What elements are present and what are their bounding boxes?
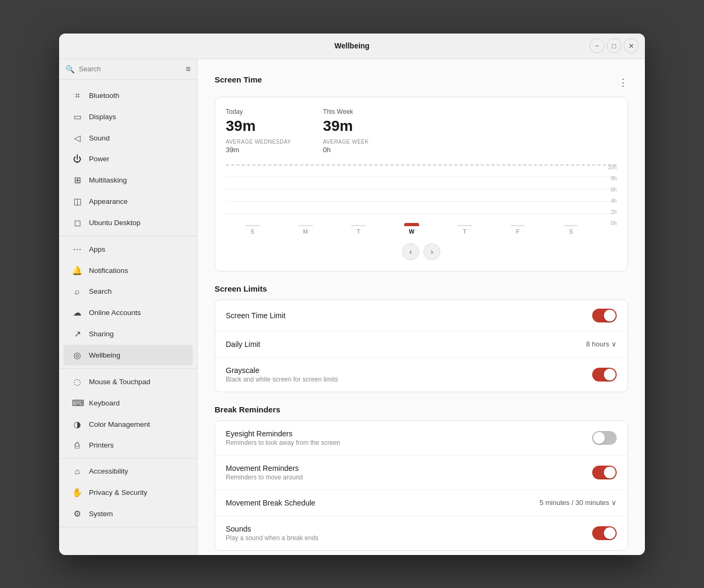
this-week-avg-value: 0h — [323, 146, 369, 154]
toggle-knob-movement-reminders — [604, 467, 616, 478]
toggle-knob-grayscale — [604, 369, 616, 380]
bar-F — [510, 225, 525, 226]
row-label-movement-break-schedule: Movement Break Schedule — [226, 499, 315, 507]
sidebar-item-label-system: System — [89, 510, 113, 518]
bar-col-F — [492, 225, 545, 226]
sidebar-item-label-sound: Sound — [89, 134, 110, 142]
toggle-screen-time-limit[interactable] — [592, 309, 617, 322]
sidebar-item-wellbeing[interactable]: ◎Wellbeing — [63, 345, 193, 366]
sidebar-item-ubuntu-desktop[interactable]: ◻Ubuntu Desktop — [63, 212, 193, 233]
sidebar-item-sound[interactable]: ◁Sound — [63, 128, 193, 148]
row-label-sounds: Sounds — [226, 525, 318, 533]
sidebar-item-search[interactable]: ⌕Search — [63, 281, 193, 302]
screen-limits-title: Screen Limits — [215, 284, 628, 293]
sidebar-item-label-sharing: Sharing — [89, 330, 114, 338]
x-label-0: S — [226, 228, 279, 239]
toggle-sounds[interactable] — [592, 526, 617, 540]
system-icon: ⚙ — [72, 509, 83, 519]
sidebar-item-keyboard[interactable]: ⌨Keyboard — [63, 393, 193, 413]
screen-time-header: Screen Time ⋮ — [215, 75, 628, 90]
toggle-movement-reminders[interactable] — [592, 466, 617, 479]
sidebar-nav: ⌗Bluetooth▭Displays◁Sound⏻Power⊞Multitas… — [59, 80, 197, 555]
search-input[interactable] — [79, 65, 182, 73]
sidebar-item-label-mouse-touchpad: Mouse & Touchpad — [89, 378, 150, 386]
bar-S — [245, 225, 260, 226]
x-label-2: T — [332, 228, 385, 239]
minimize-button[interactable]: − — [590, 38, 604, 53]
sidebar-item-label-printers: Printers — [89, 441, 114, 449]
chart-prev-button[interactable]: ‹ — [402, 243, 419, 260]
x-label-3: W — [385, 228, 438, 239]
sidebar-item-color-management[interactable]: ◑Color Management — [63, 414, 193, 435]
toggle-knob-sounds — [604, 527, 616, 539]
notifications-icon: 🔔 — [72, 266, 83, 276]
dropdown-movement-break-schedule[interactable]: 5 minutes / 30 minutes ∨ — [539, 499, 617, 507]
sidebar-item-multitasking[interactable]: ⊞Multitasking — [63, 170, 193, 191]
sidebar-group-1: ⋯Apps🔔Notifications⌕Search☁Online Accoun… — [59, 236, 197, 369]
sidebar-item-appearance[interactable]: ◫Appearance — [63, 191, 193, 212]
dropdown-daily-limit[interactable]: 8 hours ∨ — [586, 340, 617, 348]
sharing-icon: ↗ — [72, 329, 83, 339]
window-controls: − □ ✕ — [590, 38, 638, 53]
y-label-3: 4h — [600, 198, 617, 204]
power-icon: ⏻ — [72, 154, 83, 164]
sidebar-item-notifications[interactable]: 🔔Notifications — [63, 260, 193, 281]
x-label-6: S — [544, 228, 597, 239]
sidebar-item-apps[interactable]: ⋯Apps — [63, 239, 193, 260]
chart-x-labels: SMTWTFS — [226, 228, 597, 239]
settings-window: Wellbeing − □ ✕ 🔍 ≡ ⌗Bluetooth▭Displays◁… — [59, 34, 645, 555]
sidebar-item-sharing[interactable]: ↗Sharing — [63, 324, 193, 344]
settings-row-movement-reminders: Movement RemindersReminders to move arou… — [215, 456, 627, 490]
toggle-grayscale[interactable] — [592, 368, 617, 382]
x-label-1: M — [279, 228, 332, 239]
sidebar-item-mouse-touchpad[interactable]: ◌Mouse & Touchpad — [63, 371, 193, 392]
row-sublabel-grayscale: Black and white screen for screen limits — [226, 376, 338, 383]
sidebar-item-bluetooth[interactable]: ⌗Bluetooth — [63, 86, 193, 106]
toggle-eyesight-reminders[interactable] — [592, 431, 617, 445]
search-icon: ⌕ — [72, 287, 83, 296]
row-sublabel-movement-reminders: Reminders to move around — [226, 474, 303, 481]
screen-time-more-button[interactable]: ⋮ — [618, 78, 628, 87]
bar-col-M — [279, 225, 332, 226]
sidebar-item-label-accessibility: Accessibility — [89, 467, 128, 475]
dropdown-value-movement-break-schedule: 5 minutes / 30 minutes — [539, 499, 609, 507]
sidebar-group-0: ⌗Bluetooth▭Displays◁Sound⏻Power⊞Multitas… — [59, 83, 197, 236]
settings-row-daily-limit: Daily Limit8 hours ∨ — [215, 332, 627, 358]
maximize-button[interactable]: □ — [607, 38, 621, 53]
row-sublabel-sounds: Play a sound when a break ends — [226, 534, 318, 542]
settings-row-grayscale: GrayscaleBlack and white screen for scre… — [215, 358, 627, 392]
displays-icon: ▭ — [72, 112, 83, 122]
sidebar-item-system[interactable]: ⚙System — [63, 503, 193, 524]
sidebar-item-label-bluetooth: Bluetooth — [89, 92, 119, 100]
row-left-daily-limit: Daily Limit — [226, 340, 260, 349]
chart-next-button[interactable]: › — [423, 243, 440, 260]
row-left-grayscale: GrayscaleBlack and white screen for scre… — [226, 366, 338, 383]
hamburger-icon[interactable]: ≡ — [186, 64, 191, 74]
y-label-0: 10h — [600, 164, 617, 170]
sidebar-item-printers[interactable]: ⎙Printers — [63, 435, 193, 456]
main-content: Screen Time ⋮ Today 39m AVERAGE WEDNESDA… — [198, 59, 645, 555]
sidebar-item-accessibility[interactable]: ⌂Accessibility — [63, 461, 193, 482]
y-label-4: 2h — [600, 209, 617, 215]
window-title: Wellbeing — [334, 42, 370, 50]
this-week-label: This Week — [323, 108, 369, 115]
sidebar: 🔍 ≡ ⌗Bluetooth▭Displays◁Sound⏻Power⊞Mult… — [59, 59, 198, 555]
close-button[interactable]: ✕ — [624, 38, 638, 53]
bar-col-T — [438, 225, 492, 226]
sidebar-group-3: ⌂Accessibility✋Privacy & Security⚙System — [59, 459, 197, 527]
sidebar-item-power[interactable]: ⏻Power — [63, 149, 193, 169]
screen-time-stats: Today 39m AVERAGE WEDNESDAY 39m This Wee… — [226, 108, 617, 154]
content-area: 🔍 ≡ ⌗Bluetooth▭Displays◁Sound⏻Power⊞Mult… — [59, 59, 645, 555]
sidebar-item-privacy-security[interactable]: ✋Privacy & Security — [63, 482, 193, 503]
settings-row-movement-break-schedule: Movement Break Schedule5 minutes / 30 mi… — [215, 490, 627, 516]
sidebar-item-online-accounts[interactable]: ☁Online Accounts — [63, 302, 193, 323]
y-label-2: 6h — [600, 187, 617, 193]
row-left-eyesight-reminders: Eyesight RemindersReminders to look away… — [226, 429, 340, 446]
sidebar-item-label-search: Search — [89, 287, 112, 295]
wellbeing-icon: ◎ — [72, 350, 83, 360]
bar-T — [457, 225, 472, 226]
y-label-5: 0h — [600, 220, 617, 226]
bluetooth-icon: ⌗ — [72, 91, 83, 101]
sidebar-item-displays[interactable]: ▭Displays — [63, 106, 193, 127]
chart-bars — [226, 164, 597, 226]
